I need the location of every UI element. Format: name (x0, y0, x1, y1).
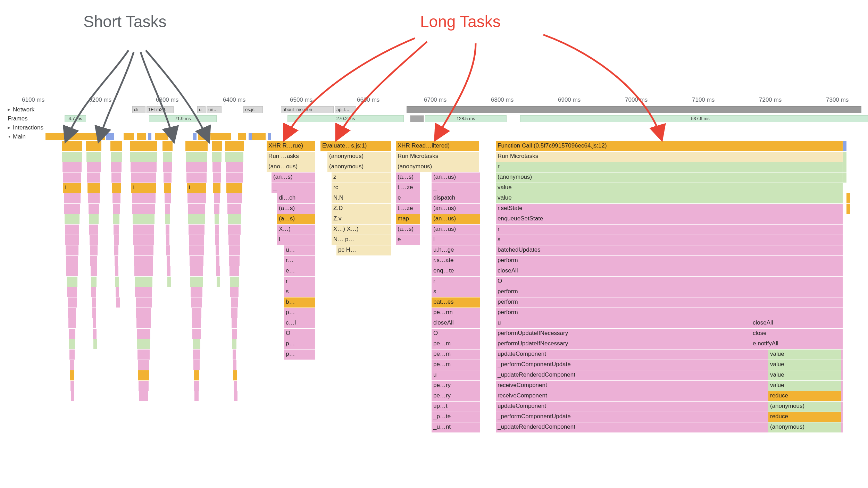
flame-bar[interactable]: r.s…ate (432, 256, 480, 266)
flame-bar[interactable] (189, 245, 204, 255)
network-track[interactable]: ▶Network cli1FTm29.uun…es.jsabout_me.jso… (6, 105, 862, 114)
chevron-right-icon[interactable]: ▶ (8, 126, 12, 129)
flame-bar[interactable] (86, 152, 101, 162)
flame-bar[interactable] (65, 235, 79, 245)
flame-bar[interactable]: O (496, 277, 843, 287)
flame-bar[interactable] (134, 266, 153, 276)
flame-bar[interactable] (90, 256, 98, 266)
flame-bar[interactable]: dispatch (432, 193, 480, 203)
flame-bar[interactable] (68, 297, 77, 308)
network-request[interactable]: un… (207, 106, 222, 113)
flame-bar[interactable] (69, 339, 75, 349)
flame-bar[interactable] (214, 204, 220, 214)
flame-bar[interactable]: (anonymous) (327, 152, 392, 162)
flame-bar[interactable] (231, 308, 238, 318)
flame-bar[interactable] (65, 225, 80, 235)
flame-bar[interactable]: closeAll (432, 318, 480, 328)
flame-bar[interactable] (130, 152, 157, 162)
flame-bar[interactable] (234, 391, 238, 401)
flame-bar[interactable]: p… (284, 350, 315, 360)
flame-bar[interactable] (114, 235, 119, 245)
flame-bar[interactable]: s (284, 287, 315, 297)
task-bar[interactable] (124, 133, 134, 140)
flame-bar[interactable] (71, 391, 75, 401)
flame-bar[interactable] (93, 339, 97, 349)
flame-bar[interactable] (92, 297, 96, 308)
timeline-ruler[interactable]: 6100 ms6200 ms6300 ms6400 ms6500 ms6600 … (6, 95, 862, 105)
flame-bar[interactable] (165, 214, 170, 224)
flame-bar[interactable] (137, 339, 150, 349)
flame-bar[interactable] (193, 339, 201, 349)
flame-bar[interactable] (116, 297, 120, 308)
flame-bar[interactable]: (a…s) (277, 214, 315, 224)
flame-bar[interactable] (89, 225, 99, 235)
flame-bar[interactable] (133, 225, 155, 235)
flame-bar[interactable]: value (768, 350, 841, 360)
flame-bar[interactable]: value (496, 183, 843, 193)
flame-bar[interactable]: batchedUpdates (496, 245, 843, 255)
network-request[interactable]: cli (132, 106, 145, 113)
flame-bar[interactable]: p… (284, 339, 315, 349)
flame-bar[interactable] (230, 277, 239, 287)
flame-bar[interactable] (65, 214, 80, 224)
flame-bar[interactable] (67, 287, 77, 297)
flame-bar[interactable] (186, 152, 208, 162)
flame-bar[interactable]: Z.v (332, 214, 392, 224)
flame-bar[interactable] (213, 173, 221, 183)
flame-bar[interactable] (164, 173, 172, 183)
flame-bar[interactable] (193, 360, 200, 370)
flame-bar[interactable] (186, 162, 207, 172)
flame-bar[interactable] (92, 308, 96, 318)
flame-bar[interactable] (189, 235, 205, 245)
flame-bar[interactable]: s (496, 235, 843, 245)
flame-bar[interactable]: up…t (432, 402, 480, 412)
flame-bar[interactable]: Run Microtasks (496, 152, 843, 162)
flame-bar[interactable] (162, 141, 173, 151)
flame-bar[interactable] (225, 152, 244, 162)
flame-bar[interactable] (165, 193, 171, 203)
task-bar[interactable] (155, 133, 169, 140)
flame-bar[interactable]: r (284, 277, 315, 287)
flame-bar[interactable]: reduce (768, 391, 841, 401)
flame-bar[interactable]: perform (496, 287, 843, 297)
flame-bar[interactable] (229, 256, 240, 266)
flame-bar[interactable] (130, 141, 158, 151)
flame-bar[interactable]: N.N (332, 193, 392, 203)
flame-bar[interactable] (114, 225, 119, 235)
flame-bar[interactable]: (an…us) (432, 204, 480, 214)
task-bar[interactable] (238, 133, 247, 140)
flame-bar[interactable] (136, 297, 152, 308)
flame-bar[interactable]: value (496, 193, 843, 203)
flame-bar[interactable] (87, 162, 101, 172)
flame-bar[interactable] (67, 277, 77, 287)
flame-bar[interactable] (191, 287, 202, 297)
flame-bar[interactable]: value (768, 360, 841, 370)
flame-bar[interactable]: X…) (277, 225, 315, 235)
flame-bar[interactable] (115, 277, 119, 287)
flame-bar[interactable]: Evaluate…s.js:1) (320, 141, 392, 151)
flame-bar[interactable] (231, 297, 239, 308)
flame-bar[interactable]: _ (272, 183, 315, 193)
flame-bar[interactable]: (a…s) (277, 204, 315, 214)
flame-bar[interactable] (64, 193, 81, 203)
flame-bar[interactable]: _p…te (432, 412, 480, 422)
flame-bar[interactable] (116, 287, 119, 297)
flame-bar[interactable] (187, 193, 206, 203)
frame-chip[interactable]: 4.7 ms (65, 115, 86, 122)
flame-bar[interactable] (111, 173, 121, 183)
flame-bar[interactable] (131, 173, 156, 183)
flame-bar[interactable] (229, 245, 240, 255)
flame-bar[interactable] (163, 152, 173, 162)
flame-bar[interactable]: perform (496, 256, 843, 266)
flame-bar[interactable]: reduce (768, 412, 841, 422)
flame-bar[interactable] (138, 370, 149, 380)
flame-bar[interactable]: (anonymous) (396, 162, 479, 172)
flame-bar[interactable]: enq…te (432, 266, 480, 276)
flame-bar[interactable] (113, 204, 120, 214)
flame-bar[interactable]: e (396, 235, 420, 245)
flame-bar[interactable]: perform (496, 308, 843, 318)
flame-bar[interactable]: value (768, 381, 841, 391)
flame-bar[interactable] (227, 204, 242, 214)
flame-bar[interactable] (225, 141, 244, 151)
flame-bar[interactable]: r (432, 277, 480, 287)
